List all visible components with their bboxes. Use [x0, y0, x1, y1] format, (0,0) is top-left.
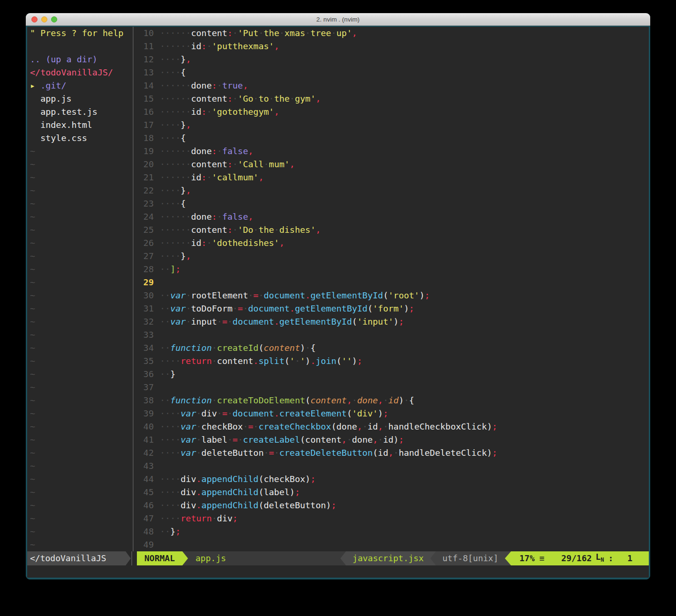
empty-line-marker: ~: [27, 512, 131, 525]
line-number-icon: LN: [595, 550, 604, 567]
code-line[interactable]: 34··function·createId(content)·{: [135, 341, 649, 355]
tree-item-up-dir[interactable]: .. (up a dir): [27, 53, 131, 66]
line-number: 40: [135, 420, 154, 433]
code-line[interactable]: 20······content:·'Call·mum',: [135, 158, 649, 171]
code-line[interactable]: 37: [135, 381, 649, 394]
code-line[interactable]: 15······content:·'Go·to·the·gym',: [135, 92, 649, 105]
empty-line-marker: ~: [27, 525, 131, 538]
mode-indicator: NORMAL: [137, 551, 182, 565]
empty-line-marker: ~: [27, 420, 131, 433]
position-separator: :: [608, 551, 613, 565]
empty-line-marker: ~: [27, 250, 131, 263]
code-line[interactable]: 32··var·input·=·document.getElementById(…: [135, 315, 649, 328]
empty-line-marker: ~: [27, 460, 131, 473]
code-line[interactable]: 24······done:·false,: [135, 210, 649, 223]
code-line[interactable]: 41····var·label·=·createLabel(content,·d…: [135, 433, 649, 446]
empty-line-marker: ~: [27, 328, 131, 341]
line-number: 34: [135, 341, 154, 355]
code-line[interactable]: 31··var·toDoForm·=·document.getElementBy…: [135, 302, 649, 315]
code-line[interactable]: 10······content:·'Put·the·xmas·tree·up',: [135, 27, 649, 40]
empty-line-marker: ~: [27, 473, 131, 486]
code-line[interactable]: 30··var·rootElement·=·document.getElemen…: [135, 289, 649, 302]
code-line[interactable]: 44····div.appendChild(checkBox);: [135, 473, 649, 486]
tree-help-line: " Press ? for help: [27, 27, 131, 40]
empty-line-marker: ~: [27, 486, 131, 499]
code-line[interactable]: 21······id:·'callmum',: [135, 171, 649, 184]
code-line[interactable]: 14······done:·true,: [135, 79, 649, 92]
close-button[interactable]: [31, 16, 38, 22]
empty-line-marker: ~: [27, 263, 131, 276]
code-line[interactable]: 27····},: [135, 250, 649, 263]
code-line[interactable]: 33: [135, 328, 649, 341]
zoom-button[interactable]: [51, 16, 57, 22]
code-line[interactable]: 48··};: [135, 525, 649, 538]
code-line[interactable]: 22····},: [135, 184, 649, 197]
tree-root[interactable]: </todoVanillaJS/: [27, 66, 131, 79]
code-line[interactable]: 43: [135, 460, 649, 473]
code-line[interactable]: 26······id:·'dothedishes',: [135, 237, 649, 250]
line-number: 24: [135, 210, 154, 223]
code-line[interactable]: 47····return·div;: [135, 512, 649, 525]
line-number: 42: [135, 446, 154, 460]
statusline-filetype: javascript.jsx: [346, 551, 430, 565]
code-editor[interactable]: 10······content:·'Put·the·xmas·tree·up',…: [135, 27, 649, 551]
command-line[interactable]: [27, 565, 649, 578]
tree-item-git-dir[interactable]: ▸ .git/: [27, 79, 131, 92]
tree-item-index-html[interactable]: index.html: [27, 119, 131, 132]
line-number: 41: [135, 433, 154, 446]
code-line[interactable]: 25······content:·'Do·the·dishes',: [135, 223, 649, 237]
statusline-tree-path: </todoVanillaJS: [27, 551, 126, 565]
line-number: 25: [135, 223, 154, 237]
tree-item-app-test-js[interactable]: app.test.js: [27, 105, 131, 119]
split-separator[interactable]: [131, 27, 135, 551]
code-line[interactable]: 38··function·createToDoElement(content,·…: [135, 394, 649, 407]
line-number: 27: [135, 250, 154, 263]
code-line[interactable]: 29: [135, 276, 649, 289]
statusline-fill: [233, 551, 340, 565]
code-line[interactable]: 40····var·checkBox·=·createCheckbox(done…: [135, 420, 649, 433]
titlebar[interactable]: 2. nvim . (nvim): [26, 13, 650, 26]
code-line[interactable]: 19······done:·false,: [135, 145, 649, 158]
code-line[interactable]: 23····{: [135, 197, 649, 210]
statusline-encoding: utf-8[unix]: [436, 551, 505, 565]
code-line[interactable]: 46····div.appendChild(deleteButton);: [135, 499, 649, 512]
statusline: </todoVanillaJS NORMAL app.js javascript…: [27, 551, 649, 565]
code-line[interactable]: 13····{: [135, 66, 649, 79]
empty-line-marker: ~: [27, 210, 131, 223]
line-number: 14: [135, 79, 154, 92]
empty-line-marker: ~: [27, 289, 131, 302]
code-line[interactable]: 45····div.appendChild(label);: [135, 486, 649, 499]
tree-item-app-js[interactable]: app.js: [27, 92, 131, 105]
line-number: 26: [135, 237, 154, 250]
minimize-button[interactable]: [41, 16, 47, 22]
code-line[interactable]: 35····return·content.split('·').join('')…: [135, 355, 649, 368]
tree-item-style-css[interactable]: style.css: [27, 132, 131, 145]
code-line[interactable]: 42····var·deleteButton·=·createDeleteBut…: [135, 446, 649, 460]
line-number: 12: [135, 53, 154, 66]
empty-line-marker: ~: [27, 197, 131, 210]
code-line[interactable]: 28··];: [135, 263, 649, 276]
line-number: 33: [135, 328, 154, 341]
code-line[interactable]: 17····},: [135, 119, 649, 132]
terminal-body: " Press ? for help.. (up a dir)</todoVan…: [26, 26, 650, 579]
powerline-arrow-icon: [182, 551, 188, 565]
code-line[interactable]: 12····},: [135, 53, 649, 66]
powerline-arrow-icon: [505, 551, 511, 565]
line-number: 10: [135, 27, 154, 40]
editor-split: " Press ? for help.. (up a dir)</todoVan…: [27, 27, 649, 551]
code-line[interactable]: 11······id:·'putthexmas',: [135, 40, 649, 53]
line-number: 45: [135, 486, 154, 499]
code-line[interactable]: 16······id:·'gotothegym',: [135, 105, 649, 119]
empty-line-marker: ~: [27, 341, 131, 355]
code-line[interactable]: 18····{: [135, 132, 649, 145]
empty-line-marker: ~: [27, 446, 131, 460]
line-number: 31: [135, 302, 154, 315]
line-number: 19: [135, 145, 154, 158]
line-number: 43: [135, 460, 154, 473]
code-line[interactable]: 36··}: [135, 368, 649, 381]
list-lines-icon: ≡: [540, 551, 545, 565]
line-number: 32: [135, 315, 154, 328]
code-line[interactable]: 39····var·div·=·document.createElement('…: [135, 407, 649, 420]
cursor-column: 1: [627, 551, 632, 565]
code-line[interactable]: 49: [135, 538, 649, 551]
